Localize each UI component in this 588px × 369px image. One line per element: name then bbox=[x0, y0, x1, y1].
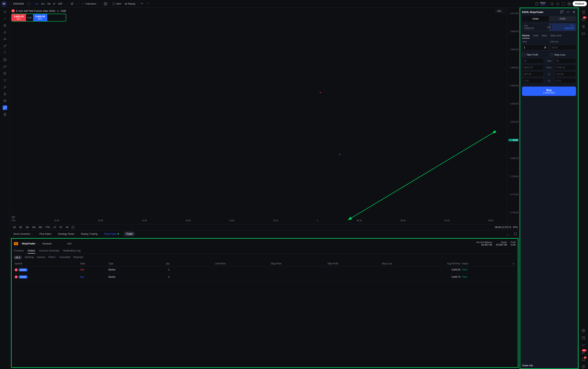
popout-icon[interactable] bbox=[513, 232, 518, 236]
panel-tab-orders[interactable]: Orders bbox=[28, 248, 35, 254]
order-type-stop[interactable]: Stop bbox=[542, 33, 547, 38]
filter-rejected[interactable]: Rejected bbox=[73, 256, 83, 259]
trendline-icon[interactable] bbox=[3, 16, 7, 21]
magnet-icon[interactable] bbox=[3, 78, 7, 82]
emoji-icon[interactable] bbox=[3, 57, 7, 62]
lock-icon[interactable] bbox=[3, 92, 7, 96]
range-6M[interactable]: 6M bbox=[38, 226, 43, 229]
order-sell-side[interactable]: Sell 5,805.25 bbox=[522, 23, 549, 31]
search-top-icon[interactable] bbox=[550, 1, 554, 6]
tab-dom[interactable]: DOM bbox=[549, 16, 576, 21]
positions-icon[interactable] bbox=[581, 343, 586, 347]
tp-input[interactable]: 2.15 bbox=[522, 78, 544, 83]
fullscreen-icon[interactable] bbox=[561, 1, 566, 6]
minimize-icon[interactable] bbox=[505, 232, 510, 236]
feed-icon[interactable]: 99+ bbox=[581, 350, 586, 355]
timeframe-10R[interactable]: 10R bbox=[57, 1, 63, 6]
trash-icon[interactable] bbox=[3, 112, 7, 117]
replay-button[interactable]: ⏮ Replay bbox=[123, 1, 137, 6]
multi-window-icon[interactable] bbox=[535, 1, 539, 6]
bottom-tab[interactable]: Replay Trading bbox=[79, 232, 99, 236]
sl-input[interactable]: 312.50 bbox=[554, 71, 576, 77]
help-icon[interactable] bbox=[581, 364, 586, 369]
order-type-market[interactable]: Market bbox=[522, 33, 530, 38]
range-5D[interactable]: 5D bbox=[18, 226, 23, 229]
timeframe-dropdown-icon[interactable]: ⌄ bbox=[65, 3, 67, 5]
timeframe-D[interactable]: D bbox=[52, 1, 56, 6]
bottom-tab[interactable]: Stock Screener⌄ bbox=[12, 232, 34, 236]
buy-button[interactable]: 5,805.50 BUY bbox=[33, 14, 47, 21]
watchlist-icon[interactable] bbox=[581, 10, 586, 14]
range-1D[interactable]: 1D bbox=[12, 226, 17, 229]
filter-filled[interactable]: Filled2 bbox=[49, 256, 56, 259]
sl-checkbox[interactable] bbox=[550, 53, 553, 56]
brush-icon[interactable] bbox=[3, 44, 7, 48]
fib-icon[interactable] bbox=[3, 23, 7, 28]
undo-icon[interactable] bbox=[140, 1, 144, 6]
close-icon[interactable] bbox=[572, 10, 576, 14]
eye-icon[interactable] bbox=[3, 99, 7, 103]
text-icon[interactable] bbox=[3, 51, 7, 55]
crosshair-icon[interactable] bbox=[3, 10, 7, 14]
add-symbol-button[interactable]: + bbox=[27, 2, 31, 6]
calculator-icon[interactable]: 🖩 bbox=[544, 46, 547, 49]
sell-button[interactable]: 5,805.25 SELL bbox=[12, 14, 26, 21]
candle-style-icon[interactable] bbox=[70, 1, 74, 6]
tp-input[interactable]: 5823.75 bbox=[522, 65, 544, 70]
trade-tab[interactable]: Trade bbox=[124, 232, 135, 236]
sl-input[interactable]: 5798.75 bbox=[554, 65, 576, 70]
range-3M[interactable]: 3M bbox=[31, 226, 37, 229]
sl-input[interactable]: 25 bbox=[554, 58, 576, 63]
columns-icon[interactable]: ⫼ bbox=[513, 262, 515, 265]
calendar2-icon[interactable] bbox=[581, 336, 586, 340]
order-type-stop-limit[interactable]: Stop Limit bbox=[550, 33, 561, 38]
panel-tab-notifications-log[interactable]: Notifications log bbox=[63, 248, 81, 254]
timeframe-1m[interactable]: 1m bbox=[34, 1, 40, 6]
gear-icon[interactable] bbox=[556, 1, 560, 6]
submit-buy-button[interactable]: Buy 1 ESH5 MKT bbox=[522, 87, 576, 96]
range-1Y[interactable]: 1Y bbox=[52, 226, 57, 229]
redo-icon[interactable] bbox=[146, 1, 150, 6]
screenshot-icon[interactable] bbox=[567, 1, 571, 6]
chart-title[interactable]: 500 E-mini S&P 500 Futures (Mar 2025) · … bbox=[11, 9, 66, 12]
tp-input[interactable]: 937.50 bbox=[522, 71, 544, 77]
sl-input[interactable]: 0.72 bbox=[554, 78, 576, 83]
range-All[interactable]: All bbox=[65, 226, 69, 229]
range-5Y[interactable]: 5Y bbox=[58, 226, 63, 229]
calendar-icon[interactable] bbox=[71, 226, 75, 229]
bottom-tab[interactable]: Pine Editor bbox=[38, 232, 53, 236]
tp-checkbox[interactable] bbox=[522, 53, 525, 56]
zoom-icon[interactable] bbox=[3, 71, 7, 76]
risk-label[interactable]: USD risk⌄ bbox=[550, 41, 576, 43]
filter-all[interactable]: All 2 bbox=[14, 256, 22, 259]
units-input[interactable]: 1🖩 bbox=[522, 45, 548, 50]
chart-area[interactable]: 500 E-mini S&P 500 Futures (Mar 2025) · … bbox=[10, 8, 519, 225]
filter-inactive[interactable]: Inactive bbox=[37, 256, 45, 259]
table-row[interactable]: 500ESH5SellMarket15,805.00Filled bbox=[14, 266, 516, 274]
publish-button[interactable]: Publish bbox=[573, 1, 587, 6]
app-logo[interactable]: XT bbox=[1, 1, 7, 7]
timeframe-3m[interactable]: 3m bbox=[46, 1, 52, 6]
table-row[interactable]: 500ESH5BuyMarket15,806.75Filled bbox=[14, 273, 516, 281]
alert-button[interactable]: Alert bbox=[111, 1, 122, 6]
tp-input[interactable]: 75 bbox=[522, 58, 544, 63]
range-YTD[interactable]: YTD bbox=[44, 226, 51, 229]
pencil-icon[interactable] bbox=[3, 85, 7, 89]
ruler-icon[interactable] bbox=[3, 64, 7, 69]
indicators-button[interactable]: Indicators⌄ bbox=[81, 1, 100, 6]
more-icon[interactable] bbox=[566, 10, 570, 14]
add-grid-icon[interactable] bbox=[560, 10, 564, 14]
link-icon[interactable] bbox=[3, 105, 7, 110]
pattern-icon[interactable] bbox=[3, 37, 7, 41]
order-info-footer[interactable]: Order info bbox=[522, 362, 576, 367]
layouts-icon[interactable] bbox=[103, 1, 108, 6]
order-buy-side[interactable]: Buy 5,805.50 bbox=[549, 23, 576, 31]
filter-working[interactable]: Working bbox=[25, 256, 34, 259]
bottom-tab[interactable]: Strategy Tester bbox=[56, 232, 76, 236]
range-1M[interactable]: 1M bbox=[25, 226, 30, 229]
symbol-search[interactable]: ESH2025 bbox=[8, 1, 25, 6]
panel-tab-account-summary[interactable]: Account Summary bbox=[39, 248, 59, 254]
currency-dropdown[interactable]: USD⌄ bbox=[495, 9, 506, 13]
session-value[interactable]: RTH bbox=[513, 226, 518, 229]
filter-cancelled[interactable]: Cancelled bbox=[59, 256, 70, 259]
